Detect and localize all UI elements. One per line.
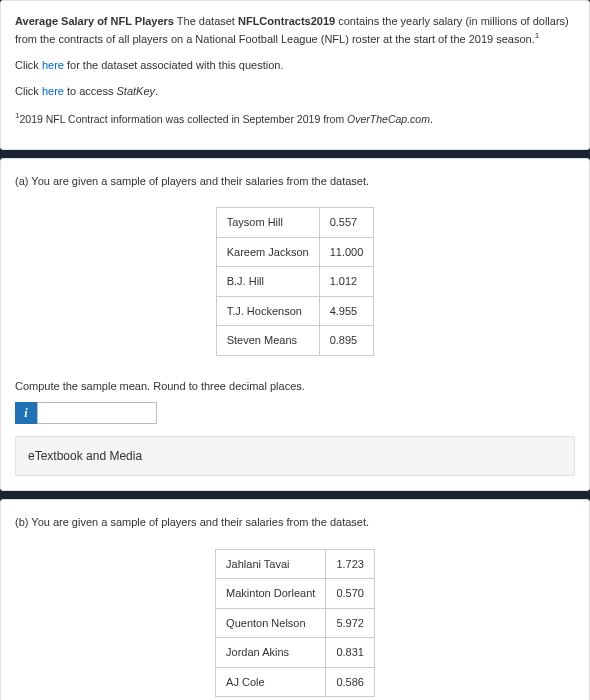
table-row: Steven Means0.895 <box>216 326 374 356</box>
table-row: Jordan Akins0.831 <box>216 638 375 668</box>
part-a-answer-input[interactable] <box>37 402 157 424</box>
footnote-ref: 1 <box>535 31 539 40</box>
table-row: Jahlani Tavai1.723 <box>216 549 375 579</box>
table-row: Kareem Jackson11.000 <box>216 237 374 267</box>
part-b-prompt: (b) You are given a sample of players an… <box>15 514 575 531</box>
part-a-prompt: (a) You are given a sample of players an… <box>15 173 575 190</box>
etextbook-button[interactable]: eTextbook and Media <box>15 436 575 476</box>
part-a-table: Taysom Hill0.557 Kareem Jackson11.000 B.… <box>216 207 375 356</box>
footnote: 12019 NFL Contract information was colle… <box>15 110 575 127</box>
dataset-link[interactable]: here <box>42 59 64 71</box>
table-row: T.J. Hockenson4.955 <box>216 296 374 326</box>
table-row: Makinton Dorleant0.570 <box>216 579 375 609</box>
part-b-table: Jahlani Tavai1.723 Makinton Dorleant0.57… <box>215 549 375 698</box>
info-button[interactable]: i <box>15 402 37 424</box>
part-a-input-row: i <box>15 402 575 424</box>
dataset-name: NFLContracts2019 <box>238 15 335 27</box>
footnote-source: OverTheCap.com <box>347 112 430 124</box>
table-row: Quenton Nelson5.972 <box>216 608 375 638</box>
table-row: B.J. Hill1.012 <box>216 267 374 297</box>
part-b-card: (b) You are given a sample of players an… <box>0 499 590 700</box>
statkey-link[interactable]: here <box>42 85 64 97</box>
intro-card: Average Salary of NFL Players The datase… <box>0 0 590 150</box>
statkey-link-line: Click here to access StatKey. <box>15 83 575 100</box>
intro-title: Average Salary of NFL Players <box>15 15 174 27</box>
intro-paragraph: Average Salary of NFL Players The datase… <box>15 13 575 47</box>
table-row: AJ Cole0.586 <box>216 667 375 697</box>
part-a-card: (a) You are given a sample of players an… <box>0 158 590 492</box>
table-row: Taysom Hill0.557 <box>216 208 374 238</box>
dataset-link-line: Click here for the dataset associated wi… <box>15 57 575 74</box>
part-a-compute: Compute the sample mean. Round to three … <box>15 378 575 395</box>
statkey-name: StatKey <box>117 85 156 97</box>
